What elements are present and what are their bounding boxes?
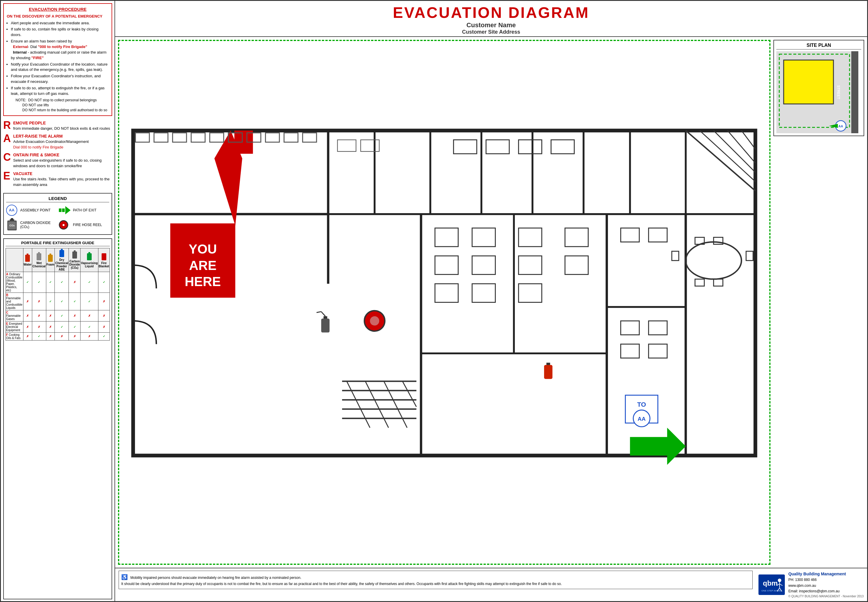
ext-e-dry: ✓: [55, 321, 69, 332]
legend-section: LEGEND AA ASSEMBLY POINT: [3, 193, 112, 235]
assembly-icon: AA: [6, 205, 18, 216]
race-section: R EMOVE PEOPLE from immediate danger, DO…: [3, 120, 112, 189]
race-letter-c: C: [3, 152, 12, 163]
svg-rect-14: [72, 252, 77, 258]
race-row-c: C ONTAIN FIRE & SMOKE Select and use ext…: [3, 152, 112, 169]
race-content-e: VACUATE Use fire stairs /exits. Take oth…: [13, 171, 112, 188]
ext-col-dry-label: Dry Chemical Powder ABE: [55, 258, 68, 271]
race-title-a: LERT-RAISE THE ALARM: [13, 133, 89, 139]
ext-a-co2: ✗: [69, 272, 80, 292]
street-label: STREET: [836, 85, 840, 99]
ext-e-co2: ✓: [69, 321, 80, 332]
ext-col-dry: Dry Chemical Powder ABE: [55, 248, 69, 272]
ext-f-water: ✗: [23, 332, 32, 340]
svg-text:YOU: YOU: [189, 242, 217, 256]
fire-type-e: E: [6, 322, 8, 325]
arrow-block: [59, 209, 61, 212]
race-title-r: EMOVE PEOPLE: [13, 120, 110, 126]
race-body-r: from immediate danger, DO NOT block exit…: [13, 126, 110, 132]
evac-bullet-2: If safe to do so, contain fire spills or…: [11, 27, 109, 38]
ext-guide-table: Water Wet Chemical Foa: [6, 248, 110, 341]
ext-a-dry: ✓: [55, 272, 69, 292]
race-row-a: A LERT-RAISE THE ALARM Advise Evacuation…: [3, 133, 112, 150]
ext-a-water: ✓: [23, 272, 32, 292]
ext-f-dry: ✗: [55, 332, 69, 340]
ext-a-wet: ✓: [32, 272, 46, 292]
ext-row-e-label: E Energised Electrical Equipment: [6, 321, 23, 332]
ext-f-foam: ✗: [46, 332, 55, 340]
race-title-c: ONTAIN FIRE & SMOKE: [13, 152, 112, 158]
hose-reel-circle: ●: [59, 220, 68, 230]
ext-f-wet: ✓: [32, 332, 46, 340]
site-plan-title: SITE PLAN: [776, 43, 861, 49]
svg-rect-111: [784, 60, 833, 104]
co2-label: CARBON DIOXIDE (CO₂): [20, 221, 57, 229]
race-body-e: Use fire stairs /exits. Take others with…: [13, 177, 112, 188]
dial-000: "000 to notify Fire Brigade": [38, 45, 87, 49]
hose-reel-icon: ●: [59, 220, 71, 230]
legend-title: LEGEND: [6, 196, 109, 202]
svg-rect-7: [38, 252, 40, 253]
ext-a-foam: ✓: [46, 272, 55, 292]
ext-row-e: E Energised Electrical Equipment ✗ ✗ ✗ ✓…: [6, 321, 110, 332]
evac-procedure-title: EVACUATION PROCEDURE: [7, 6, 109, 12]
evac-bullet-6: If safe to do so, attempt to extinguish …: [11, 86, 109, 97]
ext-row-b: B Flammable and Combustible Liquids ✗ ✗ …: [6, 292, 110, 310]
fire-type-b-text: Flammable and Combustible Liquids: [6, 296, 23, 310]
ext-row-b-label: B Flammable and Combustible Liquids: [6, 292, 23, 310]
fire-type-b: B: [6, 293, 8, 296]
ext-f-co2: ✗: [69, 332, 80, 340]
site-plan-area: SITE PLAN STREET: [770, 40, 864, 565]
svg-rect-1: [10, 219, 14, 221]
ext-b-blanket: ✗: [98, 292, 109, 310]
diagram-area: YOU ARE HERE: [115, 37, 867, 568]
ext-col-foam: Foam: [46, 248, 55, 272]
evac-bullet-5: Follow your Evacuation Coordinator's ins…: [11, 74, 109, 84]
page-title: EVACUATION DIAGRAM: [115, 4, 867, 22]
ext-c-foam: ✗: [46, 310, 55, 321]
ext-f-vap: ✗: [80, 332, 98, 340]
legend-assembly: AA ASSEMBLY POINT: [6, 205, 57, 216]
ext-c-water: ✗: [23, 310, 32, 321]
qbm-phone: PH: 1300 880 466: [788, 577, 863, 583]
floor-plan: YOU ARE HERE: [118, 40, 770, 565]
race-row-e: E VACUATE Use fire stairs /exits. Take o…: [3, 171, 112, 188]
svg-rect-8: [37, 253, 41, 260]
fire-type-f: F: [6, 333, 8, 336]
customer-address: Customer Site Address: [115, 29, 867, 35]
race-content-r: EMOVE PEOPLE from immediate danger, DO N…: [13, 120, 110, 132]
ext-c-co2: ✗: [69, 310, 80, 321]
assembly-label: ASSEMBLY POINT: [20, 208, 51, 212]
evac-procedure-box: EVACUATION PROCEDURE ON THE DISCOVERY OF…: [3, 3, 112, 116]
ext-row-c-label: C Flammable Gases: [6, 310, 23, 321]
ext-f-blanket: ✓: [98, 332, 109, 340]
hose-label: FIRE HOSE REEL: [73, 223, 102, 227]
svg-text:HERE: HERE: [185, 274, 221, 289]
ext-col-co2-label: Carbon Dioxide (CO₂): [69, 260, 80, 269]
path-arrow: [59, 206, 71, 214]
legend-path: PATH OF EXIT: [59, 205, 109, 216]
dial-000-text: Dial 000 to notify Fire Brigade: [13, 144, 89, 150]
svg-rect-12: [60, 250, 64, 257]
race-letter-e: E: [3, 171, 12, 181]
customer-name: Customer Name: [115, 22, 867, 29]
qbm-details: Quality Building Management PH: 1300 880…: [788, 571, 863, 599]
main-container: EVACUATION PROCEDURE ON THE DISCOVERY OF…: [0, 0, 868, 602]
ext-col-vap-label: Vapourising Liquid: [81, 261, 98, 268]
svg-rect-10: [48, 255, 53, 262]
ext-col-blanket: Fire Blanket: [98, 248, 109, 272]
fire-type-a: A: [6, 273, 8, 276]
site-plan-inner: STREET AA: [776, 51, 858, 133]
ext-row-a-label: A Ordinary Combustible(Wood, Paper, Plas…: [6, 272, 23, 292]
fire-type-e-text: Energised Electrical Equipment: [6, 322, 22, 332]
legend-co2: CO₂ CARBON DIOXIDE (CO₂): [6, 218, 57, 232]
svg-text:qbm: qbm: [763, 579, 778, 587]
evac-procedure-subtitle: ON THE DISCOVERY OF A POTENTIAL EMERGENC…: [7, 14, 109, 19]
ext-col-wet: Wet Chemical: [32, 248, 46, 272]
extinguisher-guide: PORTABLE FIRE EXTINGUISHER GUIDE Water: [3, 238, 112, 599]
ext-row-f-label: F Cooking Oils & Fats: [6, 332, 23, 340]
arrow-block-2: [62, 209, 65, 212]
site-plan-svg: STREET AA: [776, 51, 858, 133]
svg-text:CO₂: CO₂: [9, 224, 15, 227]
disability-notice: ♿ Mobility impaired persons should evacu…: [118, 571, 753, 589]
